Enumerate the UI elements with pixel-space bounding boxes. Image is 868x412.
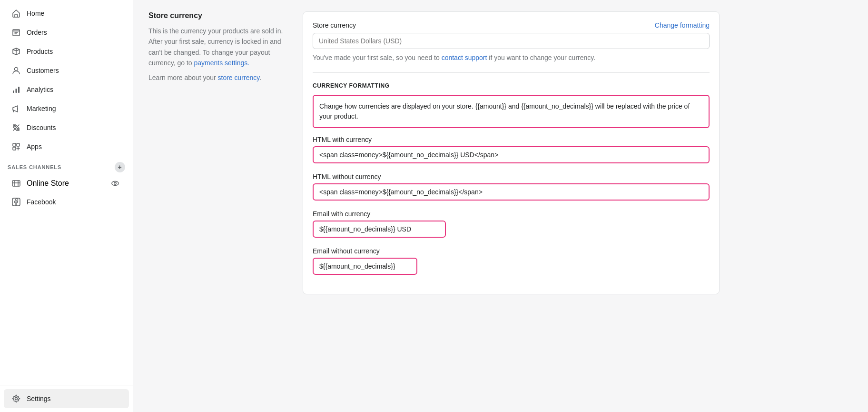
sidebar-item-analytics[interactable]: Analytics [4, 80, 129, 99]
store-currency-link[interactable]: store currency [218, 74, 260, 81]
svg-point-11 [112, 181, 118, 186]
apps-icon [11, 142, 21, 151]
svg-point-6 [17, 129, 19, 130]
sales-channels-section: SALES CHANNELS + [0, 156, 133, 174]
store-currency-header: Store currency Change formatting [313, 21, 710, 29]
html-without-currency-input[interactable] [313, 183, 710, 201]
sales-channels-title: SALES CHANNELS [8, 164, 61, 170]
info-text: You've made your first sale, so you need… [313, 53, 710, 63]
sidebar-item-products-label: Products [27, 48, 53, 55]
svg-point-5 [14, 126, 16, 127]
sidebar-item-home[interactable]: Home [4, 4, 129, 23]
svg-rect-2 [13, 90, 14, 93]
store-currency-input[interactable] [313, 33, 710, 49]
sidebar-item-customers[interactable]: Customers [4, 61, 129, 80]
sidebar-item-customers-label: Customers [27, 67, 59, 74]
email-with-currency-input[interactable] [313, 221, 446, 238]
products-icon [11, 47, 21, 56]
customers-icon [11, 66, 21, 75]
currency-formatting-section: CURRENCY FORMATTING Change how currencie… [313, 82, 710, 275]
html-without-currency-label: HTML without currency [313, 173, 710, 181]
email-without-currency-group: Email without currency [313, 247, 710, 275]
orders-icon [11, 28, 21, 37]
settings-icon [11, 394, 21, 403]
store-currency-section: Store currency Change formatting You've … [313, 21, 710, 73]
store-currency-label: Store currency [313, 21, 356, 29]
sidebar-item-facebook[interactable]: Facebook [4, 192, 129, 211]
sidebar-item-marketing[interactable]: Marketing [4, 99, 129, 118]
sidebar-item-facebook-label: Facebook [27, 198, 56, 206]
email-without-currency-label: Email without currency [313, 247, 710, 255]
sidebar-nav: Home Orders Products Customers [0, 0, 133, 385]
svg-point-14 [15, 398, 18, 400]
sidebar-item-orders-label: Orders [27, 29, 47, 36]
online-store-label: Online Store [27, 179, 69, 188]
change-formatting-link[interactable]: Change formatting [655, 21, 710, 29]
email-without-currency-input[interactable] [313, 258, 417, 275]
sidebar-bottom: Settings [0, 385, 133, 412]
sidebar-item-discounts[interactable]: Discounts [4, 118, 129, 137]
svg-rect-10 [12, 181, 20, 186]
sidebar: Home Orders Products Customers [0, 0, 133, 412]
svg-rect-4 [18, 87, 20, 93]
svg-point-12 [114, 182, 117, 185]
contact-support-link[interactable]: contact support [442, 54, 487, 61]
sidebar-item-orders[interactable]: Orders [4, 23, 129, 42]
sidebar-item-home-label: Home [27, 10, 44, 17]
left-panel: Store currency This is the currency your… [148, 11, 291, 294]
svg-rect-3 [16, 89, 17, 93]
email-with-currency-group: Email with currency [313, 210, 710, 238]
sidebar-item-discounts-label: Discounts [27, 124, 56, 131]
main-content: Store currency This is the currency your… [133, 0, 868, 412]
svg-rect-7 [13, 143, 16, 146]
sidebar-item-products[interactable]: Products [4, 42, 129, 61]
sidebar-item-settings[interactable]: Settings [4, 389, 129, 408]
sidebar-item-apps-label: Apps [27, 143, 42, 151]
svg-rect-8 [17, 143, 20, 146]
description-1: This is the currency your products are s… [148, 26, 291, 69]
add-sales-channel-button[interactable]: + [115, 162, 125, 172]
online-store-left[interactable]: Online Store [4, 179, 69, 188]
marketing-icon [11, 104, 21, 113]
online-store-icon [11, 179, 21, 188]
description-2: Learn more about your store currency. [148, 72, 291, 83]
formatting-description: Change how currencies are displayed on y… [313, 95, 710, 128]
currency-formatting-title: CURRENCY FORMATTING [313, 82, 710, 89]
discounts-icon [11, 123, 21, 132]
email-with-currency-label: Email with currency [313, 210, 710, 218]
facebook-icon [11, 197, 21, 207]
payments-settings-link[interactable]: payments settings. [194, 59, 249, 67]
svg-point-1 [15, 68, 18, 71]
html-with-currency-input[interactable] [313, 146, 710, 163]
sidebar-item-analytics-label: Analytics [27, 86, 53, 93]
html-with-currency-group: HTML with currency [313, 136, 710, 163]
analytics-icon [11, 85, 21, 94]
home-icon [11, 9, 21, 18]
sidebar-item-apps[interactable]: Apps [4, 137, 129, 156]
svg-rect-13 [12, 198, 20, 206]
content-grid: Store currency This is the currency your… [148, 11, 720, 294]
svg-rect-9 [13, 147, 16, 150]
sidebar-item-online-store[interactable]: Online Store [4, 174, 129, 192]
right-panel: Store currency Change formatting You've … [303, 11, 720, 294]
html-without-currency-group: HTML without currency [313, 173, 710, 201]
sidebar-item-marketing-label: Marketing [27, 105, 56, 112]
html-with-currency-label: HTML with currency [313, 136, 710, 143]
page-title: Store currency [148, 11, 291, 20]
online-store-eye-icon[interactable] [109, 178, 121, 189]
sidebar-item-settings-label: Settings [27, 395, 51, 402]
